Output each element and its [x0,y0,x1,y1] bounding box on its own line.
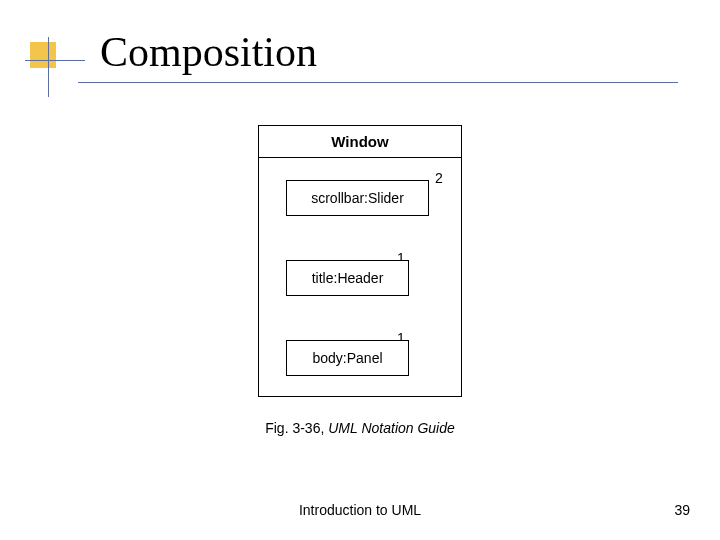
slide-title: Composition [100,28,317,76]
uml-part-box: scrollbar:Slider [286,180,429,216]
page-number: 39 [674,502,690,518]
figure-number: Fig. 3-36, [265,420,328,436]
title-underline [78,82,678,83]
footer-title: Introduction to UML [0,502,720,518]
vertical-line [48,37,49,97]
multiplicity-label: 2 [435,170,443,186]
yellow-square-icon [30,42,56,68]
figure-caption: Fig. 3-36, UML Notation Guide [0,420,720,436]
horizontal-line [25,60,85,61]
uml-class-name: Window [259,126,461,158]
uml-part-box: title:Header [286,260,409,296]
uml-part-box: body:Panel [286,340,409,376]
uml-class-body: 2 scrollbar:Slider 1 title:Header 1 body… [259,158,461,396]
figure-source: UML Notation Guide [328,420,455,436]
uml-class-box: Window 2 scrollbar:Slider 1 title:Header… [258,125,462,397]
slide-decoration [30,42,68,80]
